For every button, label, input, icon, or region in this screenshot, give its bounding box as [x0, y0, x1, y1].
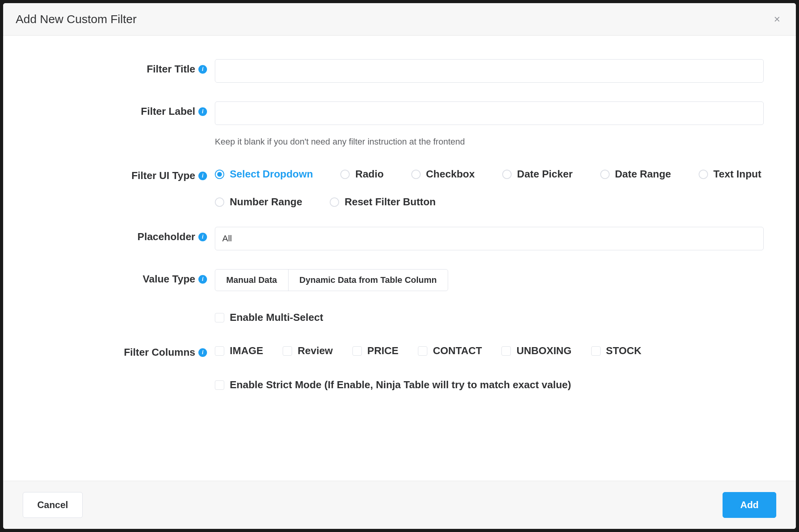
placeholder-input[interactable]	[215, 227, 764, 250]
close-icon	[773, 15, 781, 24]
info-icon[interactable]: i	[198, 348, 207, 357]
radio-select-dropdown[interactable]: Select Dropdown	[215, 168, 313, 180]
cancel-button[interactable]: Cancel	[23, 492, 83, 518]
checkbox-icon	[283, 346, 292, 356]
strict-mode-checkbox[interactable]: Enable Strict Mode (If Enable, Ninja Tab…	[215, 379, 764, 391]
filter-title-row: Filter Title i	[27, 59, 772, 83]
radio-icon	[330, 197, 339, 207]
radio-radio[interactable]: Radio	[340, 168, 383, 180]
filter-column-contact[interactable]: CONTACT	[418, 345, 482, 357]
radio-number-range[interactable]: Number Range	[215, 196, 302, 208]
filter-title-label: Filter Title i	[27, 59, 215, 75]
strict-mode-row: Enable Strict Mode (If Enable, Ninja Tab…	[27, 377, 772, 391]
filter-columns-row: Filter Columns i IMAGE Review PRICE	[27, 342, 772, 358]
filter-title-input[interactable]	[215, 59, 764, 83]
info-icon[interactable]: i	[198, 275, 207, 284]
checkbox-icon	[215, 346, 224, 356]
filter-ui-type-label: Filter UI Type i	[27, 166, 215, 182]
radio-icon	[502, 170, 512, 179]
filter-column-unboxing[interactable]: UNBOXING	[501, 345, 571, 357]
info-icon[interactable]: i	[198, 233, 207, 241]
multi-select-checkbox[interactable]: Enable Multi-Select	[215, 311, 764, 324]
filter-column-price[interactable]: PRICE	[352, 345, 398, 357]
filter-ui-type-radio-group: Select Dropdown Radio Checkbox Date Pick…	[215, 166, 764, 208]
value-type-group: Manual Data Dynamic Data from Table Colu…	[215, 269, 448, 291]
value-type-row: Value Type i Manual Data Dynamic Data fr…	[27, 269, 772, 291]
placeholder-row: Placeholder i	[27, 227, 772, 250]
checkbox-icon	[215, 380, 224, 390]
radio-icon	[411, 170, 421, 179]
placeholder-label: Placeholder i	[27, 227, 215, 243]
radio-icon	[215, 197, 224, 207]
info-icon[interactable]: i	[198, 107, 207, 116]
radio-icon	[340, 170, 350, 179]
filter-columns-label: Filter Columns i	[27, 342, 215, 358]
value-type-label: Value Type i	[27, 269, 215, 285]
checkbox-icon	[501, 346, 511, 356]
info-icon[interactable]: i	[198, 172, 207, 180]
filter-label-help: Keep it blank if you don't need any filt…	[215, 137, 764, 147]
filter-ui-type-row: Filter UI Type i Select Dropdown Radio	[27, 166, 772, 208]
radio-checkbox[interactable]: Checkbox	[411, 168, 475, 180]
multi-select-row: Enable Multi-Select	[27, 310, 772, 324]
filter-column-image[interactable]: IMAGE	[215, 345, 263, 357]
close-button[interactable]	[771, 13, 783, 25]
modal-title: Add New Custom Filter	[16, 13, 136, 26]
add-button[interactable]: Add	[723, 492, 776, 518]
radio-icon	[215, 170, 224, 179]
radio-date-range[interactable]: Date Range	[600, 168, 671, 180]
add-custom-filter-modal: Add New Custom Filter Filter Title i Fil…	[3, 3, 796, 529]
modal-header: Add New Custom Filter	[3, 3, 796, 36]
modal-body: Filter Title i Filter Label i Keep it bl…	[3, 36, 796, 481]
checkbox-icon	[591, 346, 601, 356]
filter-column-stock[interactable]: STOCK	[591, 345, 642, 357]
filter-label-input[interactable]	[215, 101, 764, 125]
filter-columns-group: IMAGE Review PRICE CONTACT	[215, 342, 764, 357]
filter-column-review[interactable]: Review	[283, 345, 333, 357]
modal-footer: Cancel Add	[3, 481, 796, 529]
info-icon[interactable]: i	[198, 65, 207, 74]
checkbox-icon	[418, 346, 427, 356]
radio-reset-filter-button[interactable]: Reset Filter Button	[330, 196, 436, 208]
checkbox-icon	[352, 346, 362, 356]
filter-label-row: Filter Label i Keep it blank if you don'…	[27, 101, 772, 147]
radio-text-input[interactable]: Text Input	[699, 168, 761, 180]
radio-icon	[699, 170, 708, 179]
value-type-dynamic[interactable]: Dynamic Data from Table Column	[289, 270, 448, 291]
radio-date-picker[interactable]: Date Picker	[502, 168, 573, 180]
radio-icon	[600, 170, 610, 179]
value-type-manual[interactable]: Manual Data	[215, 270, 289, 291]
checkbox-icon	[215, 313, 224, 322]
filter-label-label: Filter Label i	[27, 101, 215, 118]
